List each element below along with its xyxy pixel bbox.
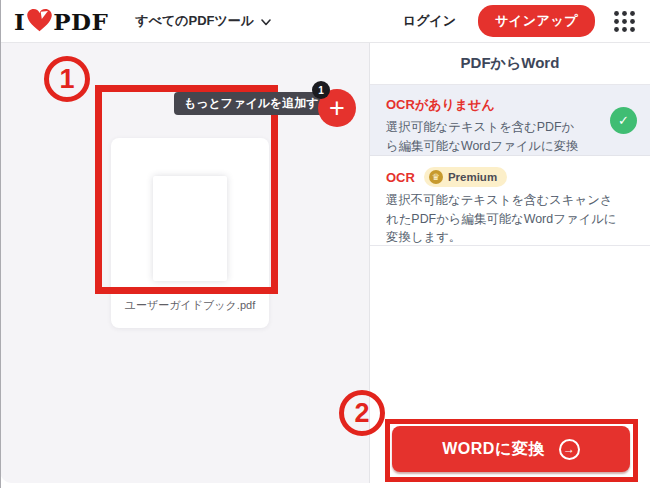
apps-grid-icon[interactable]: [613, 10, 636, 33]
arrow-right-glyph: →: [563, 443, 576, 455]
logo-letters-pdf: PDF: [53, 8, 108, 35]
option-ocr[interactable]: OCR ♛ Premium 選択不可能なテキストを含むスキャンされたPDFから編…: [370, 156, 650, 246]
check-icon: ✓: [618, 113, 629, 128]
sidebar: PDFからWord OCRがありません 選択可能なテキストを含むPDFから編集可…: [370, 43, 650, 488]
file-count-badge: 1: [312, 81, 330, 99]
plus-icon: +: [329, 93, 345, 123]
ilovepdf-logo[interactable]: I PDF: [14, 7, 108, 36]
pdf-page-thumbnail: [153, 176, 227, 281]
option-ocr-title: OCR: [386, 170, 415, 185]
option-no-ocr-title: OCRがありません: [386, 96, 636, 114]
heart-icon: [27, 9, 52, 36]
nav-all-pdf-tools-label: すべてのPDFツール: [135, 12, 254, 30]
tooltip-label: もっとファイルを追加する: [184, 95, 331, 112]
selected-check-badge: ✓: [610, 107, 637, 134]
window-edge: [0, 0, 1, 488]
premium-badge: ♛ Premium: [424, 167, 507, 187]
option-ocr-description: 選択不可能なテキストを含むスキャンされたPDFから編集可能なWordファイルに変…: [386, 191, 618, 247]
premium-badge-label: Premium: [448, 171, 497, 183]
crown-icon: ♛: [429, 170, 443, 184]
login-link[interactable]: ログイン: [403, 12, 456, 30]
topbar-right: ログイン サインアップ: [403, 5, 636, 37]
sidebar-title: PDFからWord: [370, 43, 650, 85]
option-ocr-title-row: OCR ♛ Premium: [386, 167, 636, 187]
chevron-down-icon: [261, 14, 271, 29]
file-count-label: 1: [318, 85, 324, 96]
convert-to-word-button[interactable]: WORDに変換 →: [392, 426, 630, 472]
file-card[interactable]: ユーザーガイドブック.pdf: [111, 138, 269, 328]
logo-letter-i: I: [14, 8, 25, 35]
nav-all-pdf-tools[interactable]: すべてのPDFツール: [135, 12, 271, 30]
file-name: ユーザーガイドブック.pdf: [111, 298, 269, 313]
arrow-right-icon: →: [559, 439, 580, 460]
convert-to-word-label: WORDに変換: [442, 439, 545, 460]
signup-button[interactable]: サインアップ: [478, 5, 595, 37]
option-no-ocr[interactable]: OCRがありません 選択可能なテキストを含むPDFから編集可能なWordファイル…: [370, 85, 650, 156]
topbar: I PDF すべてのPDFツール ログイン サインアップ: [0, 0, 650, 43]
